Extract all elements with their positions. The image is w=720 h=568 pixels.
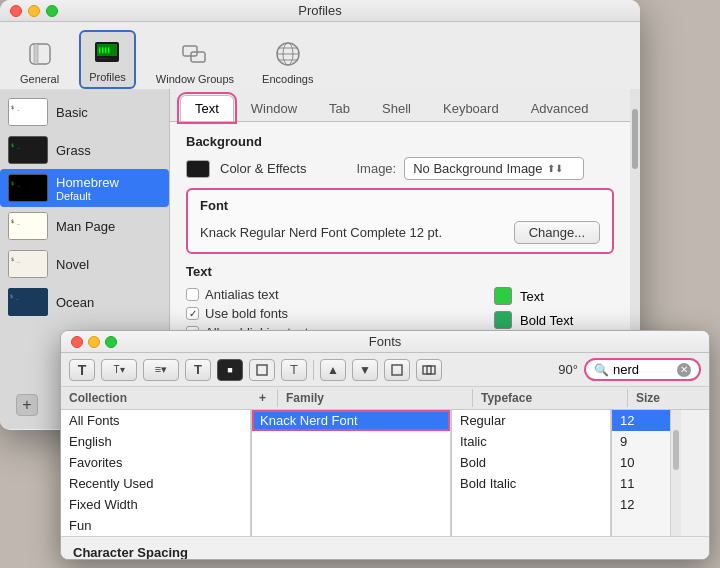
minimize-button[interactable] [28,5,40,17]
typeface-italic[interactable]: Italic [452,431,610,452]
general-icon [24,38,56,70]
fonts-traffic-lights [71,336,117,348]
bold-text-color-swatch[interactable] [494,311,512,329]
toolbar-item-encodings[interactable]: Encodings [254,34,321,89]
tab-advanced[interactable]: Advanced [516,95,604,121]
svg-rect-6 [183,46,197,56]
sidebar-item-name-grass: Grass [56,143,161,158]
sidebar-item-novel[interactable]: $ _ Novel [0,245,169,283]
fonts-window-title: Fonts [369,334,402,349]
size-10[interactable]: 10 [612,452,670,473]
bg-color-swatch[interactable] [186,160,210,178]
sidebar-thumb-novel: $ _ [8,250,48,278]
svg-rect-7 [191,52,205,62]
add-collection-button[interactable]: + [251,389,277,407]
move-down-button[interactable]: ▼ [352,359,378,381]
collection-all-fonts[interactable]: All Fonts [61,410,250,431]
size-12b[interactable]: 12 [612,494,670,515]
collection-english[interactable]: English [61,431,250,452]
family-header: Family [277,389,472,407]
tab-shell[interactable]: Shell [367,95,426,121]
typeface-regular[interactable]: Regular [452,410,610,431]
select-arrow-icon: ⬆⬇ [547,163,563,174]
size-header: Size [627,389,687,407]
color-row-text: Text [494,287,614,305]
tab-text[interactable]: Text [180,95,234,121]
font-row: Knack Regular Nerd Font Complete 12 pt. … [200,221,600,244]
tab-window[interactable]: Window [236,95,312,121]
svg-rect-0 [30,44,50,64]
change-font-button[interactable]: Change... [514,221,600,244]
move-up-button[interactable]: ▲ [320,359,346,381]
size-9[interactable]: 9 [612,431,670,452]
bold-fonts-label: Use bold fonts [205,306,288,321]
family-knack-nerd[interactable]: Knack Nerd Font [252,410,450,431]
text-style-button[interactable]: T [185,359,211,381]
svg-text:____: ____ [99,54,109,59]
family-list: Knack Nerd Font [251,410,451,536]
fonts-title-bar: Fonts [61,331,709,353]
size-12[interactable]: 12 [612,410,670,431]
fonts-minimize-button[interactable] [88,336,100,348]
fonts-close-button[interactable] [71,336,83,348]
square1-button[interactable] [384,359,410,381]
typeface-bold-italic[interactable]: Bold Italic [452,473,610,494]
checkbox-antialias[interactable]: Antialias text [186,287,474,302]
collection-favorites[interactable]: Favorites [61,452,250,473]
toolbar-separator [313,360,314,380]
bold-text-color-label: Bold Text [520,313,573,328]
sidebar-thumb-basic: $ _ [8,98,48,126]
color-effects-label: Color & Effects [220,161,306,176]
svg-text:$ _: $ _ [10,293,20,300]
text-color-button[interactable]: ■ [217,359,243,381]
close-button[interactable] [10,5,22,17]
sidebar-item-manpage[interactable]: $ _ Man Page [0,207,169,245]
checkbox-bold-fonts[interactable]: ✓ Use bold fonts [186,306,474,321]
collection-recently-used[interactable]: Recently Used [61,473,250,494]
cb-bold-fonts[interactable]: ✓ [186,307,199,320]
font-size-controls[interactable]: T▾ [101,359,137,381]
collection-fun[interactable]: Fun [61,515,250,536]
cb-antialias[interactable] [186,288,199,301]
toolbar-item-general[interactable]: General [12,34,67,89]
square2-button[interactable] [416,359,442,381]
traffic-lights [10,5,58,17]
fonts-columns: All Fonts English Favorites Recently Use… [61,410,709,536]
maximize-button[interactable] [46,5,58,17]
fonts-header-row: Collection + Family Typeface Size [61,387,709,410]
size-scrollbar[interactable] [671,410,681,536]
sidebar-item-basic[interactable]: $ _ Basic [0,93,169,131]
text-align-button[interactable]: ≡▾ [143,359,179,381]
toolbar-item-profiles[interactable]: ▌▌▌▌ ____ Profiles [79,30,136,89]
tab-keyboard[interactable]: Keyboard [428,95,514,121]
sidebar-item-name-manpage: Man Page [56,219,161,234]
typeface-bold[interactable]: Bold [452,452,610,473]
svg-rect-26 [392,365,402,375]
scrollbar-thumb [632,109,638,169]
toolbar: General ▌▌▌▌ ____ Profiles Window Groups [0,22,640,89]
text-outline-button[interactable]: T [281,359,307,381]
add-profile-button[interactable]: + [16,394,38,416]
sidebar-item-grass[interactable]: $ _ Grass [0,131,169,169]
fonts-search-input[interactable] [613,362,673,377]
outline-button[interactable] [249,359,275,381]
fonts-maximize-button[interactable] [105,336,117,348]
encodings-label: Encodings [262,73,313,85]
collection-fixed-width[interactable]: Fixed Width [61,494,250,515]
toolbar-item-window-groups[interactable]: Window Groups [148,34,242,89]
svg-text:$ _: $ _ [11,218,21,225]
font-section-title: Font [200,198,600,213]
size-scrollbar-thumb [673,430,679,470]
text-color-swatch[interactable] [494,287,512,305]
search-clear-button[interactable]: ✕ [677,363,691,377]
font-size-up-button[interactable]: T [69,359,95,381]
text-color-label: Text [520,289,544,304]
fonts-window: Fonts T T▾ ≡▾ T ■ T ▲ ▼ [60,330,710,560]
sidebar-thumb-manpage: $ _ [8,212,48,240]
size-11[interactable]: 11 [612,473,670,494]
sidebar-item-homebrew[interactable]: $ _ Homebrew Default [0,169,169,207]
color-row-bold-text: Bold Text [494,311,614,329]
sidebar-item-ocean[interactable]: $ _ Ocean [0,283,169,321]
background-image-select[interactable]: No Background Image ⬆⬇ [404,157,583,180]
tab-tab[interactable]: Tab [314,95,365,121]
